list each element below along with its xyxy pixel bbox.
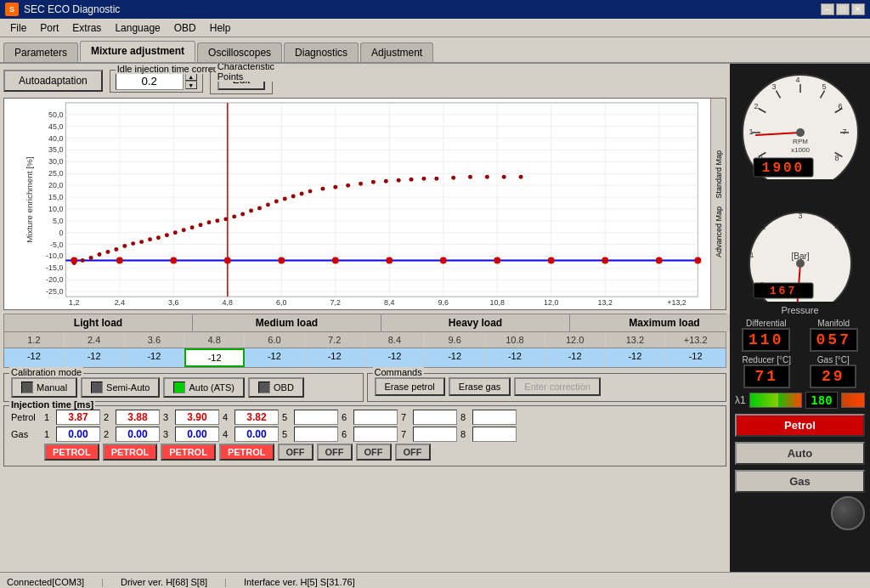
svg-text:45,0: 45,0 <box>48 122 63 131</box>
fuel-btn-5[interactable]: OFF <box>278 444 314 461</box>
petrol-input-2[interactable] <box>116 410 160 425</box>
menu-file[interactable]: File <box>3 20 33 36</box>
maximize-button[interactable]: □ <box>836 3 850 15</box>
petrol-input-4[interactable] <box>234 410 279 425</box>
calibration-box: Calibration mode Manual Semi-Auto Auto (… <box>3 373 364 402</box>
calibration-label: Calibration mode <box>9 367 83 377</box>
load-data-5[interactable]: -12 <box>305 348 365 367</box>
spin-up-button[interactable]: ▲ <box>185 72 197 81</box>
gas-input-6[interactable] <box>353 427 398 442</box>
tab-oscilloscopes[interactable]: Oscilloscopes <box>197 42 282 62</box>
menu-obd[interactable]: OBD <box>167 20 203 36</box>
close-button[interactable]: ✕ <box>851 3 865 15</box>
fuel-btn-7[interactable]: OFF <box>356 444 392 461</box>
autoadaptation-button[interactable]: Autoadaptation <box>3 70 103 92</box>
manual-button[interactable]: Manual <box>11 377 77 398</box>
load-data-9[interactable]: -12 <box>545 348 606 367</box>
idle-injection-input[interactable] <box>116 72 184 90</box>
load-data-0[interactable]: -12 <box>4 348 65 367</box>
tab-diagnostics[interactable]: Diagnostics <box>284 42 359 62</box>
status-sep-2: | <box>224 577 227 587</box>
menu-help[interactable]: Help <box>203 20 238 36</box>
svg-text:50,0: 50,0 <box>48 110 63 119</box>
load-val-4: 6.0 <box>245 332 305 348</box>
load-data-1[interactable]: -12 <box>65 348 125 367</box>
erase-gas-button[interactable]: Erase gas <box>449 377 511 396</box>
svg-text:12,0: 12,0 <box>544 298 558 307</box>
spin-down-button[interactable]: ▼ <box>185 81 197 89</box>
svg-text:2: 2 <box>761 223 765 231</box>
gas-input-5[interactable] <box>294 427 338 442</box>
petrol-input-3[interactable] <box>175 410 219 425</box>
titlebar-buttons: ─ □ ✕ <box>821 3 865 15</box>
pressure-row: Differential 110 Manifold 057 <box>735 319 865 352</box>
petrol-input-1[interactable] <box>56 410 100 425</box>
petrol-input-8[interactable] <box>472 410 517 425</box>
svg-point-33 <box>89 256 93 260</box>
manifold-col: Manifold 057 <box>803 319 866 352</box>
load-data-3[interactable]: -12 <box>184 348 245 367</box>
svg-point-75 <box>71 257 77 263</box>
load-header-heavy: Heavy load <box>381 314 570 331</box>
svg-point-43 <box>173 230 178 235</box>
erase-petrol-button[interactable]: Erase petrol <box>375 377 445 396</box>
advanced-map-label[interactable]: Advanced Map <box>713 203 725 261</box>
menu-language[interactable]: Language <box>108 20 167 36</box>
petrol-input-5[interactable] <box>294 410 338 425</box>
menu-extras[interactable]: Extras <box>65 20 108 36</box>
tab-mixture-adjustment[interactable]: Mixture adjustment <box>80 41 195 62</box>
fuel-btn-8[interactable]: OFF <box>395 444 431 461</box>
knob[interactable] <box>831 496 865 530</box>
gas-input-3[interactable] <box>175 427 219 442</box>
gas-input-1[interactable] <box>56 427 100 442</box>
petrol-mode-button[interactable]: Petrol <box>735 414 865 437</box>
fuel-btn-3[interactable]: PETROL <box>161 444 216 461</box>
minimize-button[interactable]: ─ <box>821 3 834 15</box>
petrol-field-7: 7 <box>401 410 457 425</box>
petrol-input-6[interactable] <box>353 410 398 425</box>
svg-point-52 <box>249 208 253 212</box>
petrol-label: Petrol <box>11 412 41 422</box>
load-data-7[interactable]: -12 <box>425 348 485 367</box>
semi-auto-button[interactable]: Semi-Auto <box>81 377 160 398</box>
enter-correction-button[interactable]: Enter correction <box>514 377 601 396</box>
gas-input-2[interactable] <box>116 427 160 442</box>
gas-input-8[interactable] <box>472 427 517 442</box>
gas-input-4[interactable] <box>234 427 279 442</box>
tab-parameters[interactable]: Parameters <box>3 42 78 62</box>
svg-text:5,0: 5,0 <box>53 217 63 225</box>
svg-text:4: 4 <box>834 223 839 231</box>
fuel-btn-4[interactable]: PETROL <box>219 444 274 461</box>
load-data-11[interactable]: -12 <box>665 348 726 367</box>
chart-container: 50,0 45,0 40,0 35,0 30,0 25,0 20,0 15,0 … <box>3 98 726 310</box>
svg-text:0: 0 <box>59 229 63 237</box>
obd-button[interactable]: OBD <box>248 377 304 398</box>
svg-point-87 <box>694 257 701 263</box>
svg-point-67 <box>410 178 414 182</box>
svg-point-41 <box>156 235 161 240</box>
gas-input-7[interactable] <box>413 427 457 442</box>
auto-ats-button[interactable]: Auto (ATS) <box>163 377 245 398</box>
svg-point-40 <box>148 237 152 241</box>
svg-point-64 <box>371 180 376 184</box>
auto-mode-button[interactable]: Auto <box>735 442 865 465</box>
menu-port[interactable]: Port <box>33 20 65 36</box>
standard-map-label[interactable]: Standard Map <box>713 147 725 202</box>
gas-mode-button[interactable]: Gas <box>735 470 865 493</box>
load-data-6[interactable]: -12 <box>365 348 426 367</box>
load-data-8[interactable]: -12 <box>485 348 545 367</box>
svg-point-85 <box>602 257 608 263</box>
load-data-4[interactable]: -12 <box>245 348 305 367</box>
tab-adjustment[interactable]: Adjustment <box>360 42 433 62</box>
load-data-10[interactable]: -12 <box>606 348 666 367</box>
svg-text:20,0: 20,0 <box>48 181 63 189</box>
status-interface: Interface ver. H[5] S[31.76] <box>244 577 355 587</box>
load-data-2[interactable]: -12 <box>125 348 185 367</box>
load-header-light: Light load <box>4 314 193 331</box>
knob-area <box>735 496 865 530</box>
fuel-btn-2[interactable]: PETROL <box>103 444 158 461</box>
fuel-btn-1[interactable]: PETROL <box>44 444 99 461</box>
spin-buttons: ▲ ▼ <box>185 72 197 89</box>
fuel-btn-6[interactable]: OFF <box>317 444 353 461</box>
petrol-input-7[interactable] <box>413 410 457 425</box>
